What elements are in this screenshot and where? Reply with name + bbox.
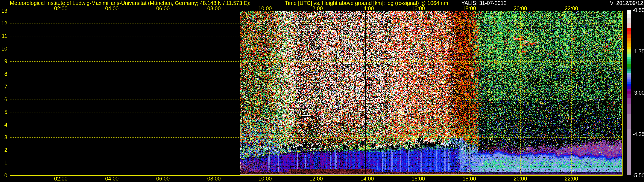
colorbar	[627, 10, 631, 175]
instrument-date-label: YALIS: 31-07-2012	[461, 0, 506, 6]
colorbar-segment	[627, 23, 631, 28]
x-tick-label: 08:00	[201, 176, 227, 182]
colorbar-segment	[627, 31, 631, 34]
colorbar-segment	[627, 104, 631, 114]
x-tick-label: 12:00	[303, 176, 329, 182]
y-tick-label: 6.	[0, 96, 9, 102]
y-tick-label: 11.	[0, 33, 9, 39]
x-tick-label: 16:00	[405, 176, 431, 182]
y-tick-label: 1.	[0, 160, 9, 166]
colorbar-segment	[627, 67, 631, 69]
colorbar-segment	[627, 14, 631, 18]
y-tick-label: 5.	[0, 109, 9, 115]
colorbar-segment	[627, 52, 631, 54]
y-tick-label: 2.	[0, 147, 9, 153]
y-tick-label: 10.	[0, 46, 9, 52]
colorbar-tick-label: -3.00	[632, 90, 644, 96]
lidar-quicklook-app: Meteorological Institute of Ludwig-Maxim…	[0, 0, 644, 182]
colorbar-segment	[627, 82, 631, 84]
colorbar-tick-label: -4.25	[632, 131, 644, 137]
colorbar-segment	[627, 34, 631, 38]
y-tick-label: 12.	[0, 20, 9, 26]
colorbar-segment	[627, 89, 631, 91]
x-tick-label: 18:00	[456, 5, 482, 11]
x-tick-label: 08:00	[201, 5, 227, 11]
colorbar-segment	[627, 38, 631, 41]
y-tick-label: 7.	[0, 84, 9, 90]
colorbar-segment	[627, 71, 631, 74]
x-tick-label: 02:00	[48, 176, 74, 182]
x-tick-label: 22:00	[558, 5, 584, 11]
colorbar-tick-label: -1.75	[632, 48, 644, 54]
colorbar-segment	[627, 114, 631, 129]
station-title: Meteorological Institute of Ludwig-Maxim…	[10, 0, 250, 6]
x-tick-label: 14:00	[354, 176, 380, 182]
y-tick-label: 13.	[0, 8, 9, 14]
x-tick-label: 06:00	[150, 5, 176, 11]
x-tick-label: 20:00	[508, 176, 533, 182]
colorbar-segment	[627, 79, 631, 80]
colorbar-segment	[627, 57, 631, 59]
colorbar-segment	[627, 129, 631, 175]
y-tick-label: 8.	[0, 71, 9, 77]
x-tick-label: 10:00	[252, 5, 278, 11]
colorbar-segment	[627, 43, 631, 47]
x-tick-label: 10:00	[252, 176, 278, 182]
colorbar-segment	[627, 54, 631, 57]
x-tick-label: 20:00	[508, 5, 533, 11]
colorbar-segment	[627, 41, 631, 43]
colorbar-segment	[627, 93, 631, 98]
x-tick-label: 04:00	[99, 176, 125, 182]
x-tick-label: 04:00	[99, 5, 125, 11]
x-tick-label: 02:00	[48, 5, 74, 11]
colorbar-segment	[627, 61, 631, 64]
colorbar-segment	[627, 47, 631, 49]
x-tick-label: 14:00	[354, 5, 380, 11]
colorbar-segment	[627, 84, 631, 86]
colorbar-segment	[627, 10, 631, 14]
colorbar-tick-label: -5.50	[632, 172, 644, 178]
x-tick-label: 06:00	[150, 176, 176, 182]
y-tick-label: 3.	[0, 134, 9, 140]
version-label: V: 2012/09/12	[610, 0, 643, 6]
colorbar-segment	[627, 86, 631, 89]
y-tick-label: 9.	[0, 58, 9, 64]
plot-title: Time [UTC] vs. Height above ground [km]:…	[285, 0, 448, 6]
colorbar-segment	[627, 69, 631, 71]
y-tick-label: 0.	[0, 172, 9, 178]
colorbar-tick-label: -0.50	[632, 7, 644, 13]
colorbar-segment	[627, 28, 631, 31]
x-tick-label: 22:00	[558, 176, 584, 182]
lidar-heatmap-canvas	[0, 0, 644, 182]
colorbar-segment	[627, 98, 631, 104]
x-tick-label: 18:00	[456, 176, 482, 182]
y-tick-label: 4.	[0, 122, 9, 128]
x-tick-label: 12:00	[303, 5, 329, 11]
colorbar-segment	[627, 64, 631, 67]
colorbar-segment	[627, 91, 631, 93]
colorbar-segment	[627, 18, 631, 23]
x-tick-label: 16:00	[405, 5, 431, 11]
colorbar-segment	[627, 49, 631, 52]
colorbar-segment	[627, 59, 631, 61]
